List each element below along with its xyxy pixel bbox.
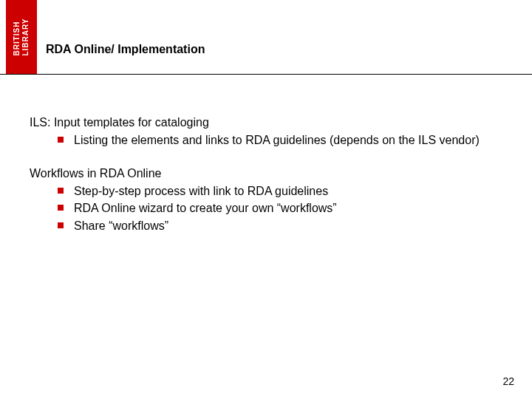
section-heading: Workflows in RDA Online xyxy=(30,166,502,182)
logo: BRITISH LIBRARY xyxy=(6,0,37,74)
bullet-text: RDA Online wizard to create your own “wo… xyxy=(74,200,502,216)
bullet-icon xyxy=(58,205,64,211)
page-number: 22 xyxy=(502,375,514,387)
slide-title: RDA Online/ Implementation xyxy=(46,43,205,56)
slide-body: ILS: Input templates for cataloging List… xyxy=(30,115,502,252)
list-item: Step-by-step process with link to RDA gu… xyxy=(58,183,502,200)
logo-text: BRITISH LIBRARY xyxy=(13,18,30,55)
header-rule xyxy=(0,74,532,75)
bullet-text: Listing the elements and links to RDA gu… xyxy=(74,132,502,149)
bullet-icon xyxy=(58,137,64,143)
section-workflows: Workflows in RDA Online Step-by-step pro… xyxy=(30,166,502,233)
list-item: Listing the elements and links to RDA gu… xyxy=(58,132,502,149)
bullet-text: Step-by-step process with link to RDA gu… xyxy=(74,183,502,200)
bullet-icon xyxy=(58,222,64,228)
list-item: Share “workflows” xyxy=(58,218,502,234)
logo-line2: LIBRARY xyxy=(21,18,30,55)
section-heading: ILS: Input templates for cataloging xyxy=(30,115,502,131)
bullet-text: Share “workflows” xyxy=(74,218,502,234)
list-item: RDA Online wizard to create your own “wo… xyxy=(58,200,502,216)
bullet-icon xyxy=(58,188,64,194)
section-ils: ILS: Input templates for cataloging List… xyxy=(30,115,502,148)
logo-line1: BRITISH xyxy=(13,21,21,56)
